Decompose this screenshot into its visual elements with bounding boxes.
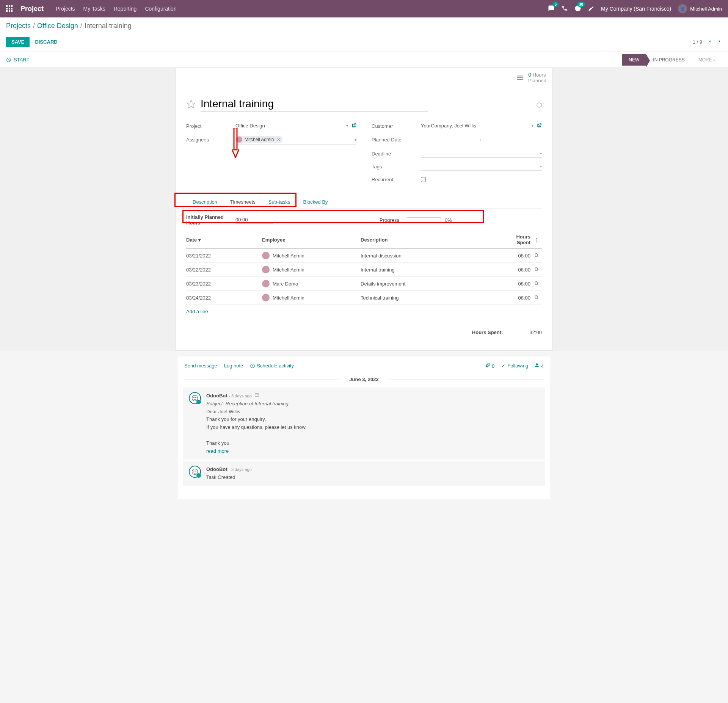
hours-planned-button[interactable]: 0 Hours Planned	[516, 72, 546, 83]
col-date[interactable]: Date ▾	[186, 237, 262, 243]
topbar: Project Projects My Tasks Reporting Conf…	[0, 0, 728, 17]
remove-assignee-icon[interactable]: ✕	[277, 137, 280, 142]
delete-row-icon[interactable]	[530, 281, 542, 287]
task-title-input[interactable]	[201, 98, 428, 112]
company-selector[interactable]: My Company (San Francisco)	[601, 6, 671, 12]
initially-planned-input[interactable]: 00:00	[235, 216, 273, 224]
ts-date[interactable]: 03/24/2022	[186, 295, 262, 301]
following-button[interactable]: Following	[500, 363, 528, 369]
delete-row-icon[interactable]	[530, 267, 542, 273]
breadcrumb-projects[interactable]: Projects	[6, 22, 31, 30]
timesheet-row[interactable]: 03/21/2022Mitchell AdminInternal discuss…	[186, 249, 542, 263]
project-external-link-icon[interactable]	[351, 123, 356, 129]
user-avatar-icon: 👤	[678, 4, 687, 13]
activities-badge: 38	[577, 2, 585, 7]
hours-spent-value: 32:00	[529, 330, 542, 335]
customer-external-link-icon[interactable]	[537, 123, 542, 129]
table-options-icon[interactable]: ⋮	[530, 237, 542, 243]
svg-rect-9	[255, 394, 259, 397]
initially-planned-label: Initially Planned Hours	[186, 214, 235, 226]
priority-star-icon[interactable]	[186, 99, 196, 110]
user-menu[interactable]: 👤 Mitchell Admin	[678, 4, 722, 13]
ts-employee[interactable]: Mitchell Admin	[262, 266, 361, 273]
ts-employee[interactable]: Marc Demo	[262, 280, 361, 287]
messaging-icon[interactable]: 5	[548, 5, 555, 13]
delete-row-icon[interactable]	[530, 295, 542, 301]
nav-configuration[interactable]: Configuration	[145, 6, 176, 12]
ts-hours[interactable]: 08:00	[505, 295, 530, 301]
ts-description[interactable]: Details improvement	[361, 281, 505, 287]
pager-prev-icon[interactable]	[708, 39, 712, 45]
project-field[interactable]: Office Design▾	[235, 122, 348, 130]
add-line-button[interactable]: Add a line	[186, 305, 208, 318]
debug-icon[interactable]	[588, 5, 594, 13]
stage-more[interactable]: MORE ▾	[692, 54, 722, 66]
timesheet-row[interactable]: 03/22/2022Mitchell AdminInternal trainin…	[186, 263, 542, 277]
followers-button[interactable]: 4	[534, 362, 544, 369]
send-message-button[interactable]: Send message	[184, 363, 217, 369]
planned-date-end[interactable]	[486, 136, 531, 144]
nav-projects[interactable]: Projects	[56, 6, 75, 12]
pager-next-icon[interactable]	[717, 39, 722, 45]
nav-reporting[interactable]: Reporting	[114, 6, 137, 12]
log-note-button[interactable]: Log note	[224, 363, 243, 369]
ts-description[interactable]: Internal discussion	[361, 253, 505, 259]
kanban-state-icon[interactable]	[537, 102, 542, 108]
planned-date-start[interactable]	[421, 136, 474, 144]
tabs: Description Timesheets Sub-tasks Blocked…	[186, 195, 542, 209]
tags-field[interactable]: ▾	[421, 162, 542, 171]
save-button[interactable]: SAVE	[6, 37, 30, 47]
stage-in-progress[interactable]: IN PROGRESS	[646, 54, 691, 66]
tab-sub-tasks[interactable]: Sub-tasks	[262, 195, 297, 209]
ts-date[interactable]: 03/23/2022	[186, 281, 262, 287]
tab-timesheets[interactable]: Timesheets	[224, 195, 262, 209]
assignees-field[interactable]: Mitchell Admin✕ ▾	[235, 135, 356, 145]
schedule-activity-button[interactable]: Schedule activity	[250, 363, 294, 369]
col-description[interactable]: Description	[361, 237, 505, 243]
progress-bar	[407, 217, 441, 223]
ts-hours[interactable]: 08:00	[505, 267, 530, 273]
breadcrumb-office-design[interactable]: Office Design	[37, 22, 78, 30]
phone-icon[interactable]	[562, 5, 568, 13]
tab-blocked-by[interactable]: Blocked By	[297, 195, 334, 209]
tab-description[interactable]: Description	[186, 195, 224, 209]
deadline-field[interactable]: ▾	[421, 149, 542, 158]
stage-new[interactable]: NEW	[622, 54, 646, 66]
ts-description[interactable]: Internal training	[361, 267, 505, 273]
recurrent-checkbox[interactable]	[421, 177, 426, 182]
ts-date[interactable]: 03/21/2022	[186, 253, 262, 259]
ts-employee[interactable]: Mitchell Admin	[262, 294, 361, 301]
col-hours[interactable]: Hours Spent	[505, 234, 530, 245]
timesheet-row[interactable]: 03/24/2022Mitchell AdminTechnical traini…	[186, 291, 542, 305]
breadcrumb-current: Internal training	[85, 22, 132, 30]
ts-hours[interactable]: 08:00	[505, 253, 530, 259]
assignees-label: Assignees	[186, 137, 235, 143]
customer-field[interactable]: YourCompany, Joel Willis▾	[421, 122, 533, 130]
timesheet-row[interactable]: 03/23/2022Marc DemoDetails improvement08…	[186, 277, 542, 291]
odoobot-avatar-icon	[189, 466, 201, 478]
read-more-button[interactable]: read more	[206, 448, 229, 454]
recurrent-label: Recurrent	[372, 177, 421, 182]
msg1-time: - 3 days ago	[229, 394, 252, 398]
col-employee[interactable]: Employee	[262, 237, 361, 243]
attachments-button[interactable]: 0	[485, 362, 494, 369]
ts-description[interactable]: Technical training	[361, 295, 505, 301]
discard-button[interactable]: DISCARD	[30, 37, 63, 47]
svg-point-6	[192, 395, 198, 401]
svg-point-12	[196, 471, 196, 472]
delete-row-icon[interactable]	[530, 253, 542, 259]
start-button[interactable]: START	[6, 57, 29, 63]
activities-icon[interactable]: 38	[574, 5, 581, 13]
msg2-time: - 3 days ago	[229, 467, 252, 472]
employee-avatar-icon	[262, 252, 270, 259]
msg1-subject: Subject: Reception of Internal training	[206, 401, 289, 406]
ts-hours[interactable]: 08:00	[505, 281, 530, 287]
employee-avatar-icon	[262, 294, 270, 301]
apps-icon[interactable]	[6, 5, 13, 12]
ts-employee[interactable]: Mitchell Admin	[262, 252, 361, 259]
ts-date[interactable]: 03/22/2022	[186, 267, 262, 273]
project-label: Project	[186, 123, 235, 129]
status-bar: START NEW IN PROGRESS MORE ▾	[0, 52, 728, 68]
nav-my-tasks[interactable]: My Tasks	[83, 6, 105, 12]
chatter: Send message Log note Schedule activity …	[178, 356, 550, 499]
